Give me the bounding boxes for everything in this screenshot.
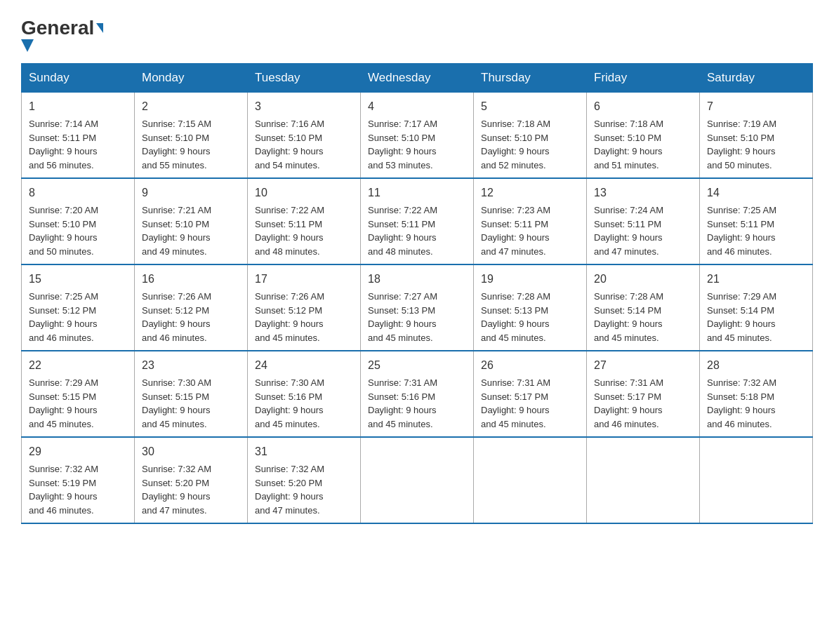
day-info: Sunrise: 7:19 AMSunset: 5:10 PMDaylight:…	[707, 119, 776, 170]
calendar-cell: 29 Sunrise: 7:32 AMSunset: 5:19 PMDaylig…	[22, 437, 135, 523]
day-info: Sunrise: 7:15 AMSunset: 5:10 PMDaylight:…	[142, 119, 211, 170]
day-number: 2	[142, 98, 240, 115]
day-info: Sunrise: 7:25 AMSunset: 5:11 PMDaylight:…	[707, 205, 776, 257]
day-info: Sunrise: 7:24 AMSunset: 5:11 PMDaylight:…	[594, 205, 663, 257]
calendar-cell: 15 Sunrise: 7:25 AMSunset: 5:12 PMDaylig…	[22, 264, 135, 351]
calendar-cell: 31 Sunrise: 7:32 AMSunset: 5:20 PMDaylig…	[248, 437, 361, 523]
calendar-cell: 4 Sunrise: 7:17 AMSunset: 5:10 PMDayligh…	[361, 93, 474, 179]
day-number: 30	[142, 443, 240, 460]
day-number: 23	[142, 357, 240, 374]
logo: General	[21, 17, 103, 52]
day-info: Sunrise: 7:27 AMSunset: 5:13 PMDaylight:…	[368, 291, 437, 343]
calendar-cell: 25 Sunrise: 7:31 AMSunset: 5:16 PMDaylig…	[361, 351, 474, 437]
day-info: Sunrise: 7:26 AMSunset: 5:12 PMDaylight:…	[255, 291, 324, 343]
day-number: 22	[29, 357, 127, 374]
calendar-cell: 19 Sunrise: 7:28 AMSunset: 5:13 PMDaylig…	[474, 264, 587, 351]
col-header-monday: Monday	[135, 64, 248, 93]
day-number: 27	[594, 357, 692, 374]
calendar-cell: 3 Sunrise: 7:16 AMSunset: 5:10 PMDayligh…	[248, 93, 361, 179]
day-number: 17	[255, 271, 353, 288]
day-number: 3	[255, 98, 353, 115]
calendar-cell: 8 Sunrise: 7:20 AMSunset: 5:10 PMDayligh…	[22, 178, 135, 264]
day-number: 19	[481, 271, 579, 288]
calendar-cell: 12 Sunrise: 7:23 AMSunset: 5:11 PMDaylig…	[474, 178, 587, 264]
calendar-cell: 1 Sunrise: 7:14 AMSunset: 5:11 PMDayligh…	[22, 93, 135, 179]
day-number: 9	[142, 185, 240, 201]
calendar-cell: 2 Sunrise: 7:15 AMSunset: 5:10 PMDayligh…	[135, 93, 248, 179]
day-number: 31	[255, 443, 353, 460]
calendar-cell: 6 Sunrise: 7:18 AMSunset: 5:10 PMDayligh…	[587, 93, 700, 179]
col-header-wednesday: Wednesday	[361, 64, 474, 93]
day-info: Sunrise: 7:26 AMSunset: 5:12 PMDaylight:…	[142, 291, 211, 343]
calendar-cell: 16 Sunrise: 7:26 AMSunset: 5:12 PMDaylig…	[135, 264, 248, 351]
day-info: Sunrise: 7:18 AMSunset: 5:10 PMDaylight:…	[481, 119, 550, 170]
day-info: Sunrise: 7:21 AMSunset: 5:10 PMDaylight:…	[142, 205, 211, 257]
calendar-week-row: 29 Sunrise: 7:32 AMSunset: 5:19 PMDaylig…	[22, 437, 813, 523]
day-number: 4	[368, 98, 466, 115]
day-number: 26	[481, 357, 579, 374]
calendar-cell: 23 Sunrise: 7:30 AMSunset: 5:15 PMDaylig…	[135, 351, 248, 437]
calendar-cell: 26 Sunrise: 7:31 AMSunset: 5:17 PMDaylig…	[474, 351, 587, 437]
day-info: Sunrise: 7:30 AMSunset: 5:15 PMDaylight:…	[142, 377, 211, 429]
calendar-week-row: 8 Sunrise: 7:20 AMSunset: 5:10 PMDayligh…	[22, 178, 813, 264]
page-header: General	[21, 17, 813, 52]
day-number: 15	[29, 271, 127, 288]
logo-triangle-icon	[96, 23, 103, 33]
day-info: Sunrise: 7:18 AMSunset: 5:10 PMDaylight:…	[594, 119, 663, 170]
day-number: 25	[368, 357, 466, 374]
day-number: 28	[707, 357, 805, 374]
day-info: Sunrise: 7:22 AMSunset: 5:11 PMDaylight:…	[255, 205, 324, 257]
col-header-saturday: Saturday	[700, 64, 813, 93]
calendar-cell: 30 Sunrise: 7:32 AMSunset: 5:20 PMDaylig…	[135, 437, 248, 523]
day-number: 18	[368, 271, 466, 288]
day-number: 1	[29, 98, 127, 115]
day-number: 29	[29, 443, 127, 460]
day-number: 14	[707, 185, 805, 201]
calendar-cell	[474, 437, 587, 523]
day-info: Sunrise: 7:31 AMSunset: 5:17 PMDaylight:…	[481, 377, 550, 429]
calendar-cell: 13 Sunrise: 7:24 AMSunset: 5:11 PMDaylig…	[587, 178, 700, 264]
calendar-cell: 14 Sunrise: 7:25 AMSunset: 5:11 PMDaylig…	[700, 178, 813, 264]
day-number: 16	[142, 271, 240, 288]
calendar-cell: 7 Sunrise: 7:19 AMSunset: 5:10 PMDayligh…	[700, 93, 813, 179]
col-header-sunday: Sunday	[22, 64, 135, 93]
calendar-cell: 5 Sunrise: 7:18 AMSunset: 5:10 PMDayligh…	[474, 93, 587, 179]
day-info: Sunrise: 7:32 AMSunset: 5:20 PMDaylight:…	[255, 464, 324, 516]
calendar-cell: 17 Sunrise: 7:26 AMSunset: 5:12 PMDaylig…	[248, 264, 361, 351]
day-number: 24	[255, 357, 353, 374]
calendar-cell: 21 Sunrise: 7:29 AMSunset: 5:14 PMDaylig…	[700, 264, 813, 351]
calendar-cell: 28 Sunrise: 7:32 AMSunset: 5:18 PMDaylig…	[700, 351, 813, 437]
day-info: Sunrise: 7:32 AMSunset: 5:18 PMDaylight:…	[707, 377, 776, 429]
col-header-tuesday: Tuesday	[248, 64, 361, 93]
calendar-cell: 20 Sunrise: 7:28 AMSunset: 5:14 PMDaylig…	[587, 264, 700, 351]
day-number: 12	[481, 185, 579, 201]
col-header-friday: Friday	[587, 64, 700, 93]
calendar-week-row: 22 Sunrise: 7:29 AMSunset: 5:15 PMDaylig…	[22, 351, 813, 437]
day-info: Sunrise: 7:29 AMSunset: 5:15 PMDaylight:…	[29, 377, 98, 429]
day-info: Sunrise: 7:31 AMSunset: 5:16 PMDaylight:…	[368, 377, 437, 429]
day-number: 10	[255, 185, 353, 201]
day-number: 5	[481, 98, 579, 115]
col-header-thursday: Thursday	[474, 64, 587, 93]
day-info: Sunrise: 7:32 AMSunset: 5:19 PMDaylight:…	[29, 464, 98, 516]
day-info: Sunrise: 7:20 AMSunset: 5:10 PMDaylight:…	[29, 205, 98, 257]
day-info: Sunrise: 7:14 AMSunset: 5:11 PMDaylight:…	[29, 119, 98, 170]
calendar-week-row: 15 Sunrise: 7:25 AMSunset: 5:12 PMDaylig…	[22, 264, 813, 351]
day-info: Sunrise: 7:31 AMSunset: 5:17 PMDaylight:…	[594, 377, 663, 429]
day-info: Sunrise: 7:32 AMSunset: 5:20 PMDaylight:…	[142, 464, 211, 516]
calendar-cell: 9 Sunrise: 7:21 AMSunset: 5:10 PMDayligh…	[135, 178, 248, 264]
day-info: Sunrise: 7:22 AMSunset: 5:11 PMDaylight:…	[368, 205, 437, 257]
day-info: Sunrise: 7:30 AMSunset: 5:16 PMDaylight:…	[255, 377, 324, 429]
calendar-cell: 27 Sunrise: 7:31 AMSunset: 5:17 PMDaylig…	[587, 351, 700, 437]
day-info: Sunrise: 7:16 AMSunset: 5:10 PMDaylight:…	[255, 119, 324, 170]
day-info: Sunrise: 7:28 AMSunset: 5:14 PMDaylight:…	[594, 291, 663, 343]
calendar-cell: 18 Sunrise: 7:27 AMSunset: 5:13 PMDaylig…	[361, 264, 474, 351]
day-number: 7	[707, 98, 805, 115]
calendar-week-row: 1 Sunrise: 7:14 AMSunset: 5:11 PMDayligh…	[22, 93, 813, 179]
day-number: 6	[594, 98, 692, 115]
day-info: Sunrise: 7:29 AMSunset: 5:14 PMDaylight:…	[707, 291, 776, 343]
day-number: 13	[594, 185, 692, 201]
day-info: Sunrise: 7:17 AMSunset: 5:10 PMDaylight:…	[368, 119, 437, 170]
calendar-header-row: SundayMondayTuesdayWednesdayThursdayFrid…	[22, 64, 813, 93]
day-number: 21	[707, 271, 805, 288]
